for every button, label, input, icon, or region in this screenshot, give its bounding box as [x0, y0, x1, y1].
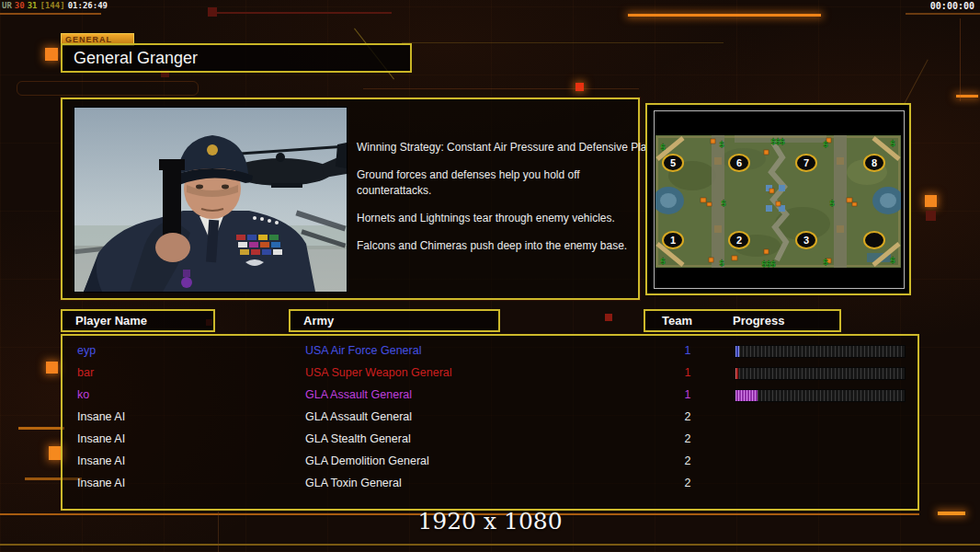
progress-bar: [735, 389, 906, 402]
player-team: 2: [677, 472, 699, 494]
circuit-trace: [17, 81, 199, 96]
player-team: 2: [677, 406, 699, 428]
player-team: 1: [677, 362, 699, 384]
money-marker: $: [660, 143, 665, 152]
spawn-number: 2: [736, 235, 742, 246]
circuit-line: [0, 13, 101, 15]
strategy-line: Hornets and Lightnings tear through enem…: [357, 211, 653, 226]
circuit-line: [402, 42, 724, 43]
player-team: 2: [677, 428, 699, 450]
debug-n2: 31: [28, 1, 38, 10]
circuit-node: [208, 7, 217, 17]
player-row: bar USA Super Weapon General 1: [63, 362, 917, 384]
debug-n1: 30: [15, 1, 25, 10]
header-progress: Progress: [733, 311, 784, 330]
money-marker: $: [890, 256, 895, 265]
player-row: Insane AI GLA Demolition General 2: [63, 450, 917, 472]
player-row: Insane AI GLA Toxin General 2: [63, 472, 917, 494]
progress-bar-fill: [735, 346, 739, 357]
money-marker: $: [823, 140, 827, 149]
player-name: ko: [77, 384, 89, 406]
player-team: 2: [677, 450, 699, 472]
player-row: eyp USA Air Force General 1: [63, 339, 917, 362]
circuit-line: [628, 14, 821, 17]
header-team: Team: [662, 311, 692, 330]
strategy-line: Falcons and Chimeras push deep into the …: [357, 238, 653, 254]
general-portrait-art: [74, 108, 347, 292]
money-marker-big: $$$: [770, 137, 784, 146]
strategy-line: Ground forces and defenses help you hold…: [357, 167, 653, 199]
circuit-line: [0, 544, 980, 546]
money-marker: $: [890, 139, 895, 148]
header-team-progress: Team Progress: [644, 309, 841, 332]
money-marker: $: [660, 257, 665, 266]
circuit-line: [906, 13, 980, 15]
money-marker: $: [721, 199, 725, 208]
strategy-text: Winning Strategy: Constant Air Pressure …: [357, 140, 653, 266]
circuit-line: [211, 12, 392, 14]
strategy-line: Winning Strategy: Constant Air Pressure …: [357, 140, 653, 155]
general-title-box: General Granger: [61, 43, 412, 73]
circuit-node: [926, 211, 936, 221]
player-name: eyp: [77, 339, 96, 362]
player-team: 1: [677, 339, 699, 362]
player-name: Insane AI: [77, 450, 125, 472]
general-portrait: [74, 107, 348, 293]
spawn-number: 7: [803, 157, 809, 168]
progress-bar: [735, 367, 906, 380]
player-army: GLA Assault General: [305, 406, 412, 428]
minimap: $ $ $$$ $ $ $ $ $ $ $$$ $ $ 5 6: [655, 135, 901, 268]
player-army: GLA Demolition General: [305, 450, 429, 472]
player-row: ko GLA Assault General 1: [63, 384, 917, 406]
spawn-number: 8: [872, 157, 877, 168]
player-name: bar: [77, 362, 94, 384]
header-army: Army: [289, 309, 500, 332]
money-marker: $: [829, 199, 834, 208]
minimap-panel: $ $ $$$ $ $ $ $ $ $ $$$ $ $ 5 6: [645, 103, 911, 295]
circuit-line: [18, 427, 64, 430]
player-name: Insane AI: [77, 428, 125, 450]
money-marker: $: [719, 140, 724, 149]
player-army: GLA Stealth General: [305, 428, 411, 450]
player-list-panel: eyp USA Air Force General 1 bar USA Supe…: [61, 334, 919, 511]
circuit-node: [46, 362, 58, 374]
debug-bracket: [144]: [40, 1, 65, 10]
header-player-name: Player Name: [61, 309, 215, 332]
player-row: Insane AI GLA Stealth General 2: [63, 428, 917, 450]
general-name: General Granger: [74, 49, 198, 67]
player-army: GLA Toxin General: [305, 472, 402, 494]
resolution-text: 1920 x 1080: [0, 508, 980, 535]
player-team: 1: [677, 384, 699, 406]
debug-clock: 01:26:49: [68, 1, 108, 10]
spawn-number: 5: [670, 157, 676, 168]
player-army: USA Air Force General: [305, 339, 421, 362]
money-marker: $: [719, 259, 724, 268]
progress-bar-fill: [735, 368, 738, 379]
spawn-number: 1: [670, 235, 676, 246]
money-marker-big: $$$: [761, 259, 775, 268]
player-army: USA Super Weapon General: [305, 362, 452, 384]
spawn-number: 3: [803, 235, 809, 246]
circuit-line: [363, 88, 639, 89]
debug-readout: UR3031[144]01:26:49: [2, 1, 110, 10]
player-name: Insane AI: [77, 472, 125, 494]
player-row: Insane AI GLA Assault General 2: [63, 406, 917, 428]
money-marker: $: [823, 258, 827, 267]
progress-bar: [735, 345, 906, 358]
circuit-node: [605, 314, 612, 321]
circuit-node: [575, 83, 584, 91]
progress-bar-fill: [735, 390, 758, 401]
circuit-node: [45, 48, 58, 61]
spawn-number: 6: [736, 157, 742, 168]
circuit-node: [925, 195, 937, 207]
player-army: GLA Assault General: [305, 384, 412, 406]
debug-fps: UR: [2, 1, 12, 10]
circuit-line: [960, 18, 961, 101]
game-timer: 00:00:00: [930, 1, 974, 11]
player-name: Insane AI: [77, 406, 125, 428]
general-info-panel: Winning Strategy: Constant Air Pressure …: [61, 98, 640, 300]
